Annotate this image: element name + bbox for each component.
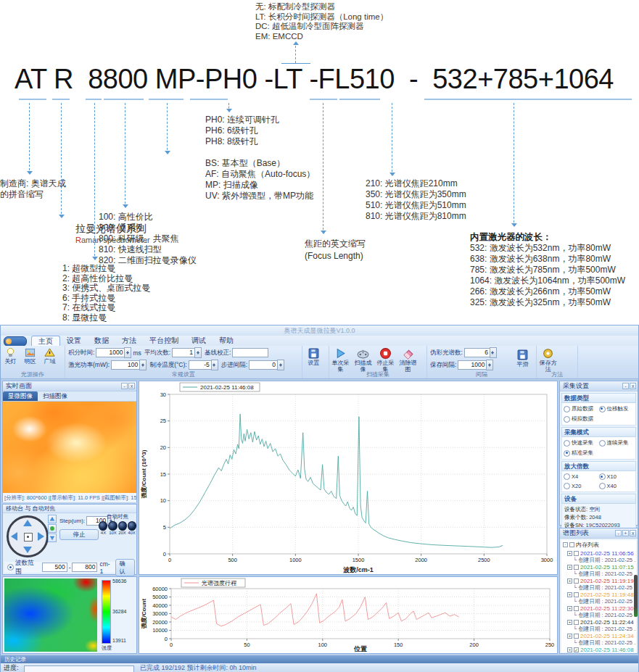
range-from-input[interactable]: 500 xyxy=(42,563,67,572)
radio-2-3[interactable] xyxy=(599,483,606,489)
tree-root[interactable]: -内存列表 xyxy=(561,540,636,549)
menu-tab-0[interactable]: 主页 xyxy=(31,336,60,346)
tree-item-checkbox-4[interactable] xyxy=(574,606,579,611)
clear-spectrum-button[interactable]: 清除谱图 xyxy=(397,347,419,373)
tree-item-expander-icon-1[interactable]: + xyxy=(567,565,572,570)
menu-tab-2[interactable]: 数据 xyxy=(88,336,115,346)
radio-1-2[interactable] xyxy=(564,450,570,457)
menu-tab-5[interactable]: 调试 xyxy=(185,336,213,346)
tree-item-checkbox-0[interactable] xyxy=(574,551,579,556)
light-off-button[interactable]: 关灯 xyxy=(1,347,20,365)
radio-1-0[interactable] xyxy=(564,440,570,447)
dpad-down-icon[interactable] xyxy=(23,547,32,553)
radio-2-1[interactable] xyxy=(599,473,606,480)
menu-tab-6[interactable]: 帮助 xyxy=(213,336,240,346)
option-2-0[interactable]: X4 xyxy=(564,473,599,480)
autofocus-knob-40X[interactable] xyxy=(128,521,136,531)
tree-item-expander-icon-6[interactable]: + xyxy=(567,634,572,639)
radio-0-2[interactable] xyxy=(564,416,570,423)
cooling-temp-input[interactable]: -5 xyxy=(189,360,212,370)
laser-power-spinner[interactable] xyxy=(139,360,147,370)
list-close-icon[interactable]: x xyxy=(630,530,636,536)
tree-item-4[interactable]: +2021-02-25 11:22:30 xyxy=(561,605,636,612)
integration-time-spinner[interactable] xyxy=(124,347,131,358)
stage-stop-button[interactable]: 停止 xyxy=(59,529,99,540)
microscope-live-image[interactable] xyxy=(3,402,136,493)
history-tab[interactable]: 历史记录 xyxy=(4,656,26,663)
z-home-button[interactable] xyxy=(48,524,57,533)
radio-2-2[interactable] xyxy=(564,483,570,489)
tree-item-checkbox-7[interactable]: ✓ xyxy=(574,647,579,652)
bright-field-button[interactable]: 明区 xyxy=(20,347,40,365)
range-confirm-button[interactable]: 确认 xyxy=(115,559,135,576)
tree-item-checkbox-3[interactable] xyxy=(574,592,579,597)
save-method-button[interactable]: 保存方法 xyxy=(537,347,559,373)
settings-close-icon[interactable]: x xyxy=(630,383,636,389)
range-to-input[interactable]: 800 xyxy=(72,563,97,572)
autofocus-knob-4X[interactable] xyxy=(99,521,107,531)
menu-tab-4[interactable]: 平台控制 xyxy=(143,336,185,346)
save-interval-input[interactable]: 1000 xyxy=(458,360,487,370)
file-menu-button[interactable] xyxy=(4,336,27,347)
tree-item-7[interactable]: +✓2021-02-25 11:46:08 xyxy=(561,646,636,652)
camera-tab-0[interactable]: 显微图像 xyxy=(3,391,38,401)
range-radio[interactable] xyxy=(7,564,14,571)
tree-item-expander-icon-5[interactable]: + xyxy=(567,620,572,625)
option-0-2[interactable]: 模拟数据 xyxy=(564,415,599,423)
tree-item-checkbox-2[interactable] xyxy=(574,578,579,584)
tree-item-1[interactable]: +2021-02-25 11:07:15 xyxy=(561,563,636,571)
tree-item-checkbox-5[interactable] xyxy=(574,620,579,625)
tree-item-expander-icon-3[interactable]: + xyxy=(567,592,572,597)
option-1-2[interactable]: 精准采集 xyxy=(564,449,599,457)
autofocus-knob-20X[interactable] xyxy=(118,521,127,531)
tree-item-checkbox-6[interactable] xyxy=(574,634,579,639)
menu-tab-3[interactable]: 方法 xyxy=(115,336,143,346)
radio-1-1[interactable] xyxy=(599,440,606,447)
tree-item-5[interactable]: +2021-02-25 11:22:44 xyxy=(561,618,636,626)
radio-2-0[interactable] xyxy=(564,473,570,480)
tree-item-2[interactable]: +2021-02-25 11:19:19 xyxy=(561,577,636,584)
dpad-center-button[interactable] xyxy=(24,533,33,542)
step-interval-input[interactable]: 0 xyxy=(249,360,278,370)
list-add-icon[interactable]: + xyxy=(622,530,629,536)
panel-close-icon[interactable]: x xyxy=(128,383,135,389)
tree-item-6[interactable]: +2021-02-25 11:24:34 xyxy=(561,632,636,639)
cooling-temp-spinner[interactable] xyxy=(211,360,218,370)
camera-tab-1[interactable]: 扫描图像 xyxy=(38,391,73,401)
list-scrollbar[interactable] xyxy=(634,575,638,617)
z-down-button[interactable] xyxy=(48,534,57,542)
integration-time-input[interactable]: 1000 xyxy=(96,348,125,357)
stage-dpad[interactable] xyxy=(7,515,49,557)
dpad-up-icon[interactable] xyxy=(23,520,32,526)
pseudocolor-count-input[interactable]: 6 xyxy=(464,348,490,357)
option-2-3[interactable]: X40 xyxy=(599,483,635,489)
option-1-0[interactable]: 快速采集 xyxy=(564,439,599,447)
radio-0-0[interactable] xyxy=(564,406,570,412)
step-interval-spinner[interactable] xyxy=(277,360,284,370)
tree-item-expander-icon-0[interactable]: + xyxy=(567,551,572,556)
average-count-spinner[interactable] xyxy=(194,347,202,358)
baseline-correction-input[interactable] xyxy=(232,348,268,357)
wide-field-button[interactable]: 广域 xyxy=(40,347,59,365)
settings-pin-icon[interactable]: - xyxy=(622,383,629,389)
laser-power-input[interactable]: 100 xyxy=(111,360,140,370)
smooth-button[interactable]: 平滑 xyxy=(511,349,534,368)
panel-pin-icon[interactable]: - xyxy=(121,383,128,389)
list-minimize-icon[interactable]: - xyxy=(615,530,622,536)
tree-item-expander-icon-7[interactable]: + xyxy=(567,647,572,652)
single-acquire-button[interactable]: 单次采集 xyxy=(329,347,352,373)
option-0-1[interactable]: 位移触发 xyxy=(599,405,635,412)
tree-item-expander-icon-4[interactable]: + xyxy=(567,606,572,611)
autofocus-knob-10X[interactable] xyxy=(108,521,117,531)
dpad-right-icon[interactable] xyxy=(38,532,44,541)
ribbon-settings-button[interactable]: 设置 xyxy=(302,347,325,366)
tree-root-expander-icon[interactable]: - xyxy=(563,542,568,547)
tree-item-expander-icon-2[interactable]: + xyxy=(567,578,572,584)
stop-acquire-button[interactable]: 停止采集 xyxy=(374,347,397,373)
option-0-0[interactable]: 原始数据 xyxy=(564,405,599,412)
scan-imaging-button[interactable]: 扫描成像 xyxy=(352,347,374,373)
pseudocolor-count-spinner[interactable] xyxy=(490,347,497,358)
tree-item-checkbox-1[interactable] xyxy=(574,565,579,570)
dpad-left-icon[interactable] xyxy=(11,532,17,541)
intensity-heatmap[interactable] xyxy=(4,578,97,652)
